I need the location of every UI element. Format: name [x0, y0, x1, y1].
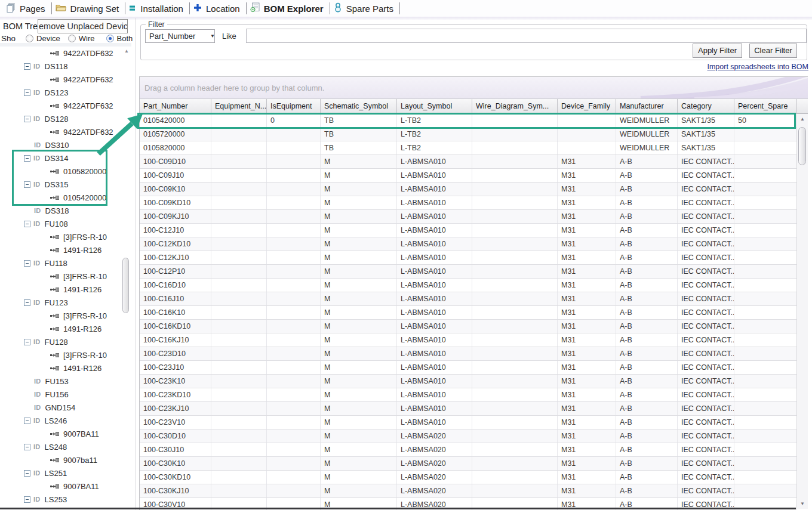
tree-device-item[interactable]: IDFU118: [0, 256, 122, 270]
collapse-toggle-icon[interactable]: [24, 470, 30, 477]
tree-device-item[interactable]: IDFU128: [0, 335, 122, 348]
tree-device-item[interactable]: IDLS251: [0, 466, 122, 480]
filter-value-input[interactable]: [246, 29, 807, 43]
apply-filter-button[interactable]: Apply Filter: [693, 44, 742, 58]
tree-part-item[interactable]: 1491-R126: [0, 283, 122, 296]
table-row[interactable]: 0105720000TBL-TB2WEIDMULLERSAKT1/35: [140, 128, 808, 141]
tree-part-item[interactable]: [3]FRS-R-10: [0, 230, 122, 243]
radio-device[interactable]: Device: [26, 34, 60, 43]
table-row[interactable]: 100-C23J10ML-ABMSA010M31A-BIEC CONTACT..…: [140, 361, 808, 375]
tree-part-item[interactable]: 0105820000: [0, 165, 122, 178]
tab-installation[interactable]: Installation: [126, 1, 189, 17]
table-row[interactable]: 100-C23D10ML-ABMSA010M31A-BIEC CONTACT..…: [140, 347, 808, 361]
column-header[interactable]: Device_Family: [558, 99, 616, 113]
table-row[interactable]: 100-C30KJ10ML-ABMSA020M31A-BIEC CONTACT.…: [140, 484, 808, 498]
column-header[interactable]: Layout_Symbol: [397, 99, 472, 113]
tree-device-item[interactable]: IDDS128: [0, 112, 122, 125]
column-header[interactable]: Equipment_N...: [211, 99, 267, 113]
collapse-toggle-icon[interactable]: [24, 116, 30, 122]
table-row[interactable]: 100-C16K10ML-ABMSA010M31A-BIEC CONTACT..…: [140, 306, 808, 320]
tree-scrollbar-thumb[interactable]: [122, 258, 129, 313]
table-row[interactable]: 0105820000TBL-TB2WEIDMULLERSAKT1/35: [140, 141, 808, 155]
clear-filter-button[interactable]: Clear Filter: [749, 44, 797, 58]
filter-field-select[interactable]: Part_Number: [145, 29, 215, 43]
scroll-up-arrow[interactable]: ▲: [797, 116, 808, 122]
tree-device-item[interactable]: IDLS248: [0, 440, 122, 453]
tree-part-item[interactable]: 1491-R126: [0, 322, 122, 335]
table-row[interactable]: 100-C09J10ML-ABMSA010M31A-BIEC CONTACT..…: [140, 169, 808, 183]
table-row[interactable]: 100-C12KJ10ML-ABMSA010M31A-BIEC CONTACT.…: [140, 251, 808, 265]
table-row[interactable]: 100-C30D10ML-ABMSA020M31A-BIEC CONTACT..…: [140, 429, 808, 443]
column-header[interactable]: Percent_Spare: [734, 99, 797, 113]
column-header[interactable]: Schematic_Symbol: [321, 99, 397, 113]
column-header[interactable]: Part_Number: [140, 99, 211, 113]
tree-part-item[interactable]: 9007ba11: [0, 453, 122, 466]
collapse-toggle-icon[interactable]: [24, 444, 30, 450]
collapse-toggle-icon[interactable]: [24, 155, 30, 162]
tree-device-item[interactable]: IDDS310: [0, 138, 122, 152]
tree-device-item[interactable]: IDLS253: [0, 493, 122, 506]
table-row[interactable]: 100-C09KD10ML-ABMSA010M31A-BIEC CONTACT.…: [140, 196, 808, 210]
import-spreadsheets-link[interactable]: Import spreadsheets into BOM: [707, 63, 808, 71]
panel-splitter[interactable]: [136, 18, 136, 510]
table-row[interactable]: 100-C16D10ML-ABMSA010M31A-BIEC CONTACT..…: [140, 279, 808, 292]
tree-part-item[interactable]: 0105420000: [0, 191, 122, 204]
tree-device-item[interactable]: IDDS315: [0, 178, 122, 191]
table-row[interactable]: 100-C23K10ML-ABMSA010M31A-BIEC CONTACT..…: [140, 375, 808, 388]
tree-part-item[interactable]: 9422ATDF632: [0, 47, 122, 60]
collapse-toggle-icon[interactable]: [24, 339, 30, 345]
tree-device-item[interactable]: IDLS246: [0, 414, 122, 427]
table-row[interactable]: 01054200000TBL-TB2WEIDMULLERSAKT1/3550: [140, 114, 808, 128]
tab-drawing-set[interactable]: Drawing Set: [53, 1, 125, 17]
tree-part-item[interactable]: [3]FRS-R-10: [0, 348, 122, 361]
radio-both[interactable]: Both: [106, 34, 133, 43]
collapse-toggle-icon[interactable]: [24, 221, 30, 227]
table-row[interactable]: 100-C23KD10ML-ABMSA010M31A-BIEC CONTACT.…: [140, 388, 808, 402]
tree-part-item[interactable]: 1491-R126: [0, 361, 122, 375]
tree-part-item[interactable]: [3]FRS-R-10: [0, 309, 122, 322]
table-row[interactable]: 100-C16J10ML-ABMSA010M31A-BIEC CONTACT..…: [140, 292, 808, 306]
grid-scrollbar[interactable]: ▲ ▼: [796, 114, 808, 509]
tree-part-item[interactable]: 9007BA11: [0, 480, 122, 493]
tree-part-item[interactable]: 1491-R126: [0, 243, 122, 256]
tree-scroll-up-arrow[interactable]: ▲: [122, 48, 131, 55]
tree-device-item[interactable]: IDDS314: [0, 152, 122, 165]
tab-location[interactable]: Location: [190, 1, 245, 17]
tree-device-item[interactable]: IDFU108: [0, 217, 122, 230]
tree-part-item[interactable]: 9422ATDF632: [0, 73, 122, 86]
collapse-toggle-icon[interactable]: [24, 299, 30, 306]
column-header[interactable]: IsEquipment: [267, 99, 321, 113]
collapse-toggle-icon[interactable]: [24, 89, 30, 96]
collapse-toggle-icon[interactable]: [24, 260, 30, 267]
column-header[interactable]: Category: [678, 99, 734, 113]
table-row[interactable]: 100-C09K10ML-ABMSA010M31A-BIEC CONTACT..…: [140, 183, 808, 196]
column-header[interactable]: Manufacturer: [616, 99, 678, 113]
table-row[interactable]: 100-C09D10ML-ABMSA010M31A-BIEC CONTACT..…: [140, 155, 808, 169]
tree-device-item[interactable]: IDDS318: [0, 204, 122, 217]
tree-part-item[interactable]: [3]FRS-R-10: [0, 270, 122, 283]
tab-bom-explorer[interactable]: BOM Explorer: [247, 1, 329, 17]
tree-device-item[interactable]: IDDS118: [0, 60, 122, 73]
grid-scrollbar-thumb[interactable]: [798, 127, 806, 165]
radio-wire[interactable]: Wire: [68, 34, 95, 43]
tab-spare-parts[interactable]: Spare Parts: [331, 1, 399, 17]
collapse-toggle-icon[interactable]: [24, 496, 30, 503]
scroll-down-arrow[interactable]: ▼: [797, 501, 808, 506]
table-row[interactable]: 100-C30J10ML-ABMSA020M31A-BIEC CONTACT..…: [140, 443, 808, 457]
table-row[interactable]: 100-C12KD10ML-ABMSA010M31A-BIEC CONTACT.…: [140, 237, 808, 251]
tab-pages[interactable]: Pages: [4, 1, 51, 17]
tree-device-item[interactable]: IDFU156: [0, 388, 122, 401]
collapse-toggle-icon[interactable]: [24, 418, 30, 424]
table-row[interactable]: 100-C12P10ML-ABMSA010M31A-BIEC CONTACT..…: [140, 265, 808, 279]
collapse-toggle-icon[interactable]: [24, 181, 30, 188]
tree-device-item[interactable]: IDFU153: [0, 375, 122, 388]
tree-part-item[interactable]: 9422ATDF632: [0, 125, 122, 138]
tree-part-item[interactable]: 9422ATDF632: [0, 99, 122, 112]
tree-device-item[interactable]: IDFU123: [0, 296, 122, 309]
table-row[interactable]: 100-C16KJ10ML-ABMSA010M31A-BIEC CONTACT.…: [140, 333, 808, 347]
table-row[interactable]: 100-C30K10ML-ABMSA020M31A-BIEC CONTACT..…: [140, 457, 808, 471]
collapse-toggle-icon[interactable]: [24, 63, 30, 70]
tree-device-item[interactable]: IDDS123: [0, 86, 122, 99]
tree-device-item[interactable]: IDGND154: [0, 401, 122, 414]
table-row[interactable]: 100-C12J10ML-ABMSA010M31A-BIEC CONTACT..…: [140, 224, 808, 237]
